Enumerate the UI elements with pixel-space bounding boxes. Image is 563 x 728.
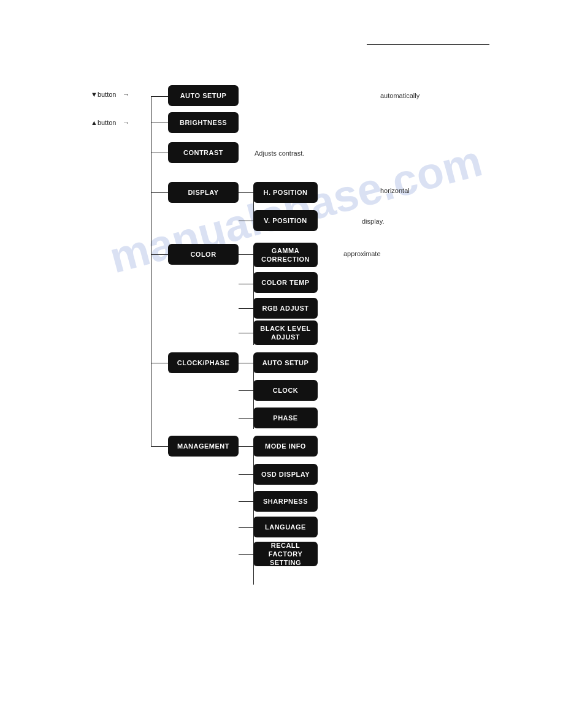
main-spine-line: [151, 96, 151, 446]
page: manualsbase.com ▼button → ▲button → auto…: [0, 0, 563, 728]
rgb-adjust-row: RGB ADJUST: [253, 298, 318, 319]
color-right-connect: [239, 254, 253, 255]
auto-setup-row: AUTO SETUP: [168, 85, 239, 106]
black-level-button[interactable]: BLACK LEVELADJUST: [253, 320, 318, 345]
mgmt-recall-connect: [239, 554, 253, 555]
h-position-button[interactable]: H. POSITION: [253, 182, 318, 203]
contrast-desc: Adjusts contrast.: [255, 150, 304, 157]
cp-clock-connect: [239, 390, 253, 391]
display-button[interactable]: DISPLAY: [168, 182, 239, 203]
v-position-row: V. POSITION: [253, 210, 318, 231]
up-button-label: ▲button: [91, 119, 116, 126]
osd-display-button[interactable]: OSD DISPLAY: [253, 464, 318, 485]
cp-right-connect: [239, 363, 253, 363]
top-line: [367, 44, 489, 45]
v-position-desc: display.: [362, 218, 384, 225]
clock-row: CLOCK: [253, 380, 318, 401]
clock-phase-row: CLOCK/PHASE: [168, 352, 239, 373]
display-right-connect: [239, 192, 253, 193]
auto-setup-desc: automatically: [380, 92, 419, 99]
h-position-row: H. POSITION: [253, 182, 318, 203]
contrast-row: CONTRAST: [168, 142, 239, 163]
recall-factory-row: RECALL FACTORYSETTING: [253, 542, 318, 566]
mode-info-row: MODE INFO: [253, 436, 318, 457]
auto-setup-sub-row: AUTO SETUP: [253, 352, 318, 373]
brightness-button[interactable]: BRIGHTNESS: [168, 112, 239, 133]
contrast-hline: [151, 153, 168, 153]
phase-row: PHASE: [253, 408, 318, 428]
management-row: MANAGEMENT: [168, 436, 239, 457]
color-temp-row: COLOR TEMP: [253, 272, 318, 293]
mgmt-osd-connect: [239, 474, 253, 475]
rgb-adjust-button[interactable]: RGB ADJUST: [253, 298, 318, 319]
color-row: COLOR: [168, 244, 239, 265]
black-level-row: BLACK LEVELADJUST: [253, 320, 318, 345]
color-temp-connect: [239, 284, 253, 284]
auto-setup-button[interactable]: AUTO SETUP: [168, 85, 239, 106]
management-button[interactable]: MANAGEMENT: [168, 436, 239, 457]
management-hline: [151, 446, 168, 447]
mgmt-sharp-connect: [239, 501, 253, 502]
v-position-button[interactable]: V. POSITION: [253, 210, 318, 231]
black-connect: [239, 333, 253, 333]
color-button[interactable]: COLOR: [168, 244, 239, 265]
clock-button[interactable]: CLOCK: [253, 380, 318, 401]
language-button[interactable]: LANGUAGE: [253, 517, 318, 537]
brightness-hline: [151, 123, 168, 123]
sharpness-row: SHARPNESS: [253, 491, 318, 512]
mgmt-right-connect: [239, 446, 253, 447]
clock-phase-button[interactable]: CLOCK/PHASE: [168, 352, 239, 373]
color-temp-button[interactable]: COLOR TEMP: [253, 272, 318, 293]
display-hline: [151, 192, 168, 193]
display-row: DISPLAY: [168, 182, 239, 203]
up-button-arrow: →: [123, 119, 129, 126]
down-button-arrow: →: [123, 91, 129, 98]
color-hline: [151, 254, 168, 255]
sharpness-button[interactable]: SHARPNESS: [253, 491, 318, 512]
recall-factory-button[interactable]: RECALL FACTORYSETTING: [253, 542, 318, 566]
rgb-connect: [239, 308, 253, 309]
clock-phase-hline: [151, 363, 168, 363]
disp-vpos-connect: [239, 221, 253, 221]
brightness-row: BRIGHTNESS: [168, 112, 239, 133]
language-row: LANGUAGE: [253, 517, 318, 537]
phase-button[interactable]: PHASE: [253, 408, 318, 428]
down-button-label: ▼button: [91, 91, 116, 98]
gamma-button[interactable]: GAMMACORRECTION: [253, 243, 318, 267]
contrast-button[interactable]: CONTRAST: [168, 142, 239, 163]
gamma-row: GAMMACORRECTION: [253, 243, 318, 267]
cp-phase-connect: [239, 418, 253, 419]
auto-setup-sub-button[interactable]: AUTO SETUP: [253, 352, 318, 373]
gamma-desc: approximate: [343, 250, 381, 257]
mode-info-button[interactable]: MODE INFO: [253, 436, 318, 457]
auto-setup-hline: [151, 96, 168, 97]
osd-display-row: OSD DISPLAY: [253, 464, 318, 485]
mgmt-lang-connect: [239, 527, 253, 528]
h-position-desc: horizontal: [380, 187, 410, 194]
